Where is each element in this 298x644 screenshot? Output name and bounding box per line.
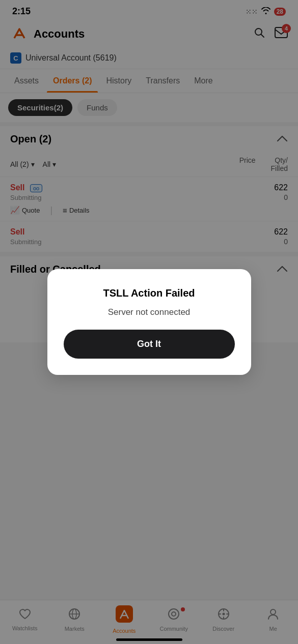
- modal-title: TSLL Action Failed: [103, 287, 195, 299]
- action-failed-modal: TSLL Action Failed Server not connected …: [47, 269, 251, 375]
- got-it-button[interactable]: Got It: [64, 330, 235, 359]
- modal-overlay: TSLL Action Failed Server not connected …: [0, 0, 298, 644]
- modal-message: Server not connected: [108, 307, 191, 317]
